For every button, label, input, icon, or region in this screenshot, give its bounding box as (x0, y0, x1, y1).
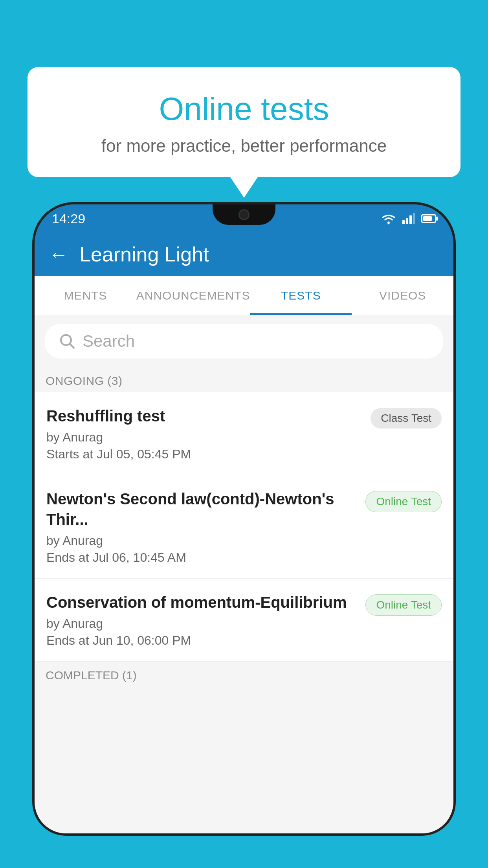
speech-bubble-container: Online tests for more practice, better p… (28, 67, 460, 177)
test-time: Ends at Jun 10, 06:00 PM (46, 633, 358, 648)
test-badge: Class Test (371, 408, 442, 428)
test-badge: Online Test (365, 491, 442, 512)
test-item[interactable]: Newton's Second law(contd)-Newton's Thir… (35, 475, 453, 579)
tab-tests[interactable]: TESTS (250, 276, 352, 315)
test-author: by Anurag (46, 430, 363, 445)
test-name: Newton's Second law(contd)-Newton's Thir… (46, 489, 358, 530)
svg-rect-1 (406, 218, 408, 224)
bubble-title: Online tests (51, 90, 437, 127)
test-item[interactable]: Reshuffling test by Anurag Starts at Jul… (35, 392, 453, 475)
wifi-icon (381, 213, 396, 224)
camera-dot (238, 209, 250, 220)
test-time: Starts at Jul 05, 05:45 PM (46, 447, 363, 462)
test-time: Ends at Jul 06, 10:45 AM (46, 550, 358, 565)
search-bar-container: Search (35, 315, 453, 367)
completed-section-header: COMPLETED (1) (35, 662, 453, 687)
search-bar[interactable]: Search (45, 324, 443, 359)
phone-screen: ← Learning Light MENTS ANNOUNCEMENTS TES… (35, 233, 453, 833)
app-title: Learning Light (79, 243, 209, 266)
search-icon (59, 333, 75, 349)
svg-line-5 (70, 344, 74, 348)
tab-videos[interactable]: VIDEOS (352, 276, 453, 315)
test-info: Conservation of momentum-Equilibrium by … (46, 592, 365, 648)
test-author: by Anurag (46, 616, 358, 631)
test-info: Newton's Second law(contd)-Newton's Thir… (46, 489, 365, 565)
test-item[interactable]: Conservation of momentum-Equilibrium by … (35, 579, 453, 662)
svg-rect-2 (409, 215, 412, 224)
status-time: 14:29 (52, 211, 85, 226)
back-button[interactable]: ← (49, 245, 68, 264)
bubble-subtitle: for more practice, better performance (51, 136, 437, 156)
svg-rect-3 (413, 213, 415, 224)
speech-bubble: Online tests for more practice, better p… (28, 67, 460, 177)
test-name: Reshuffling test (46, 406, 363, 426)
search-placeholder: Search (83, 332, 135, 351)
svg-rect-0 (402, 220, 405, 224)
content-area: Search ONGOING (3) Reshuffling test by A… (35, 315, 453, 833)
test-author: by Anurag (46, 533, 358, 548)
tab-announcements[interactable]: ANNOUNCEMENTS (136, 276, 250, 315)
phone-notch (213, 204, 275, 225)
test-list: Reshuffling test by Anurag Starts at Jul… (35, 392, 453, 662)
phone-container: 14:29 (35, 204, 453, 868)
test-badge: Online Test (365, 594, 442, 616)
tabs-bar: MENTS ANNOUNCEMENTS TESTS VIDEOS (35, 276, 453, 315)
app-bar: ← Learning Light (35, 233, 453, 276)
signal-icon (402, 213, 415, 224)
completed-label: COMPLETED (1) (46, 669, 137, 682)
test-info: Reshuffling test by Anurag Starts at Jul… (46, 406, 371, 462)
ongoing-section-header: ONGOING (3) (35, 367, 453, 392)
phone-frame: 14:29 (35, 204, 453, 833)
battery-icon (421, 214, 436, 223)
tab-ments[interactable]: MENTS (35, 276, 136, 315)
status-icons (381, 213, 436, 224)
test-name: Conservation of momentum-Equilibrium (46, 592, 358, 612)
ongoing-label: ONGOING (3) (46, 374, 123, 387)
